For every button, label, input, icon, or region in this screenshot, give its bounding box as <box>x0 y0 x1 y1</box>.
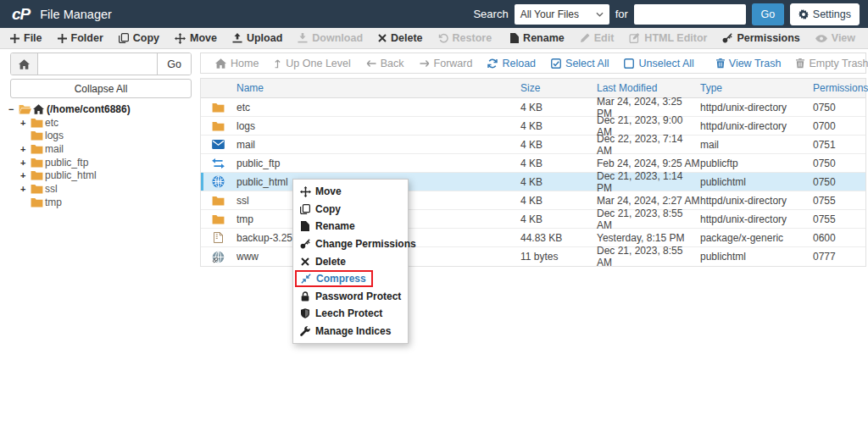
toolbar-rename-button[interactable]: Rename <box>503 28 572 48</box>
toolbar-upload-button[interactable]: Upload <box>225 28 290 48</box>
nav-select-all-button[interactable]: Select All <box>543 58 616 69</box>
column-header-type[interactable]: Type <box>700 82 813 94</box>
file-last-modified: Dec 21, 2023, 8:55 AM <box>597 207 700 231</box>
collapse-all-button[interactable]: Collapse All <box>10 79 192 98</box>
search-input[interactable] <box>634 4 746 25</box>
restore-icon <box>438 33 448 43</box>
tree-item-label: tmp <box>45 196 62 208</box>
column-header-size[interactable]: Size <box>520 82 597 94</box>
app-header: cP File Manager Search All Your Files fo… <box>0 0 868 28</box>
menu-item-change-permissions[interactable]: Change Permissions <box>293 235 408 253</box>
tree-item-ssl[interactable]: + ssl <box>8 182 131 196</box>
toolbar-file-button[interactable]: File <box>3 28 50 48</box>
column-header-last-modified[interactable]: Last Modified <box>597 82 700 94</box>
toolbar-folder-button[interactable]: Folder <box>50 28 111 48</box>
file-last-modified: Feb 24, 2024, 9:25 AM <box>597 158 700 169</box>
toolbar-permissions-button[interactable]: Permissions <box>715 28 807 48</box>
file-size: 4 KB <box>520 102 597 113</box>
menu-item-copy[interactable]: Copy <box>293 201 408 219</box>
copy-icon <box>299 204 311 214</box>
toolbar-delete-button[interactable]: Delete <box>370 28 431 48</box>
table-row-logs[interactable]: logs 4 KB Dec 21, 2023, 9:00 AM httpd/un… <box>201 117 865 136</box>
menu-item-content: Manage Indices <box>299 325 391 337</box>
file-type: publicftp <box>700 158 813 169</box>
menu-item-content: Compress <box>295 270 373 287</box>
toolbar-copy-button[interactable]: Copy <box>111 28 167 48</box>
tree-root[interactable]: − (/home/cont6886) <box>8 102 131 116</box>
tree-expander[interactable]: − <box>8 104 19 114</box>
toolbar-download-button[interactable]: Download <box>290 28 370 48</box>
tree-expander[interactable]: + <box>20 118 31 128</box>
toolbar-move-button[interactable]: Move <box>167 28 225 48</box>
tree-expander[interactable]: + <box>20 144 31 154</box>
tree-item-etc[interactable]: + etc <box>8 116 131 130</box>
path-input[interactable] <box>38 53 157 75</box>
table-row-public_ftp[interactable]: public_ftp 4 KB Feb 24, 2024, 9:25 AM pu… <box>201 154 865 173</box>
menu-item-compress[interactable]: Compress <box>293 270 408 288</box>
column-header-name[interactable]: Name <box>236 82 520 94</box>
menu-item-password-protect[interactable]: Password Protect <box>293 288 408 306</box>
folder-icon <box>31 144 45 154</box>
menu-item-move[interactable]: Move <box>293 183 408 201</box>
settings-button[interactable]: Settings <box>790 3 860 25</box>
plus-icon <box>10 34 19 43</box>
path-go-button[interactable]: Go <box>157 53 191 75</box>
menu-item-content: Leech Protect <box>299 307 382 319</box>
trash-icon <box>796 58 804 69</box>
nav-empty-trash-button[interactable]: Empty Trash <box>788 58 868 69</box>
fileSolid-icon <box>299 221 311 231</box>
search-scope-value: All Your Files <box>520 8 579 20</box>
toolbar-view-button[interactable]: View <box>808 28 863 48</box>
toolbar-button-label: Upload <box>247 32 282 44</box>
tree-item-public_html[interactable]: + public_html <box>8 169 131 182</box>
file-permissions: 0700 <box>813 120 865 132</box>
file-permissions: 0600 <box>813 232 865 244</box>
file-last-modified: Dec 21, 2023, 1:14 PM <box>597 170 700 194</box>
nav-view-trash-button[interactable]: View Trash <box>709 58 789 69</box>
tree-expander[interactable]: + <box>20 184 31 194</box>
menu-item-leech-protect[interactable]: Leech Protect <box>293 305 408 323</box>
file-size: 4 KB <box>520 139 597 151</box>
search-label: Search <box>473 8 508 20</box>
tree-item-public_ftp[interactable]: + public_ftp <box>8 156 131 169</box>
toolbar-html-editor-button[interactable]: HTML Editor <box>621 28 715 48</box>
move-icon <box>175 33 186 44</box>
menu-item-rename[interactable]: Rename <box>293 218 408 235</box>
menu-item-delete[interactable]: Delete <box>293 252 408 270</box>
file-permissions: 0755 <box>813 213 865 225</box>
nav-unselect-all-button[interactable]: Unselect All <box>616 58 701 69</box>
nav-up-one-level-button[interactable]: Up One Level <box>266 58 358 69</box>
tree-expander[interactable]: + <box>20 170 31 180</box>
table-row-etc[interactable]: etc 4 KB Mar 24, 2024, 3:25 PM httpd/uni… <box>201 98 865 117</box>
tree-item-label: etc <box>45 117 58 129</box>
table-row-mail[interactable]: mail 4 KB Dec 22, 2023, 7:14 AM mail 075… <box>201 136 865 154</box>
menu-item-manage-indices[interactable]: Manage Indices <box>293 323 408 340</box>
tree-expander[interactable]: + <box>20 158 31 168</box>
tree-item-tmp[interactable]: tmp <box>8 196 131 209</box>
arrowRight-icon <box>420 59 430 68</box>
nav-back-button[interactable]: Back <box>359 58 412 69</box>
toolbar-restore-button[interactable]: Restore <box>431 28 500 48</box>
fileSolid-icon <box>510 33 519 43</box>
settings-label: Settings <box>813 8 851 20</box>
folder-icon <box>31 118 45 128</box>
tree-item-logs[interactable]: logs <box>8 129 131 142</box>
xmark-icon <box>378 34 387 42</box>
folder-icon <box>209 196 226 206</box>
pencil-icon <box>580 33 590 43</box>
lock-icon <box>299 291 311 302</box>
search-scope-select[interactable]: All Your Files <box>515 4 609 25</box>
tree-item-label: logs <box>45 130 64 141</box>
page-title: File Manager <box>40 8 112 21</box>
tree-item-mail[interactable]: + mail <box>8 142 131 156</box>
nav-forward-button[interactable]: Forward <box>412 58 481 69</box>
file-size: 4 KB <box>520 120 597 132</box>
column-header-permissions[interactable]: Permissions <box>813 82 865 94</box>
search-go-button[interactable]: Go <box>752 3 784 25</box>
file-name: etc <box>236 102 520 113</box>
nav-home-button[interactable]: Home <box>208 58 266 69</box>
toolbar-edit-button[interactable]: Edit <box>572 28 622 48</box>
nav-reload-button[interactable]: Reload <box>480 58 543 69</box>
path-home-button[interactable] <box>11 53 38 75</box>
menu-item-label: Manage Indices <box>315 325 391 337</box>
